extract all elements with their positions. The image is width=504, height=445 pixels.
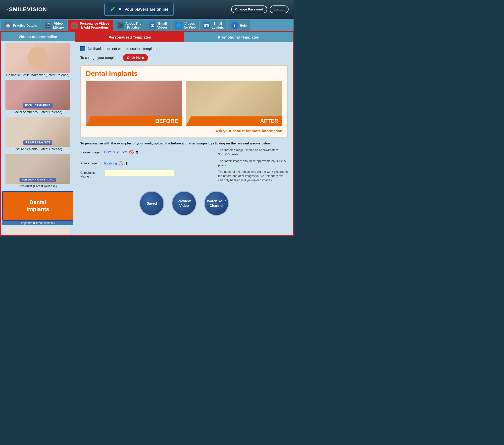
preview-video-label: PreviewVideo xyxy=(178,199,191,208)
video-thumb-cosmetic xyxy=(5,43,70,73)
video-item-missing[interactable]: MISSING TEETH Missing Teeth (Latest Rele… xyxy=(2,227,73,235)
header-buttons: Change Password Logout xyxy=(231,5,289,13)
video-list[interactable]: Cosmetic: Smile Makeover (Latest Release… xyxy=(1,41,75,235)
nav-item-videos-for-web[interactable]: 🌐 Videosfor Web xyxy=(172,20,199,31)
preview-video-button[interactable]: PreviewVideo xyxy=(172,191,197,216)
before-image-remove-icon[interactable]: 🚫 xyxy=(129,150,134,155)
nav-item-email-videos[interactable]: ✉ EmailVideos xyxy=(145,20,171,31)
left-panel: Videos to personalise Cosmetic: Smile Ma… xyxy=(1,32,75,235)
left-panel-title: Videos to personalise xyxy=(1,32,75,41)
video-thumb-hygienist: VISIT YOUR HYGIENIST FOR... xyxy=(5,154,70,184)
after-image-row: After image : finish.jpg 🚫 ⬆ The "after"… xyxy=(80,159,288,168)
preview-title: Dental Implants xyxy=(86,70,282,78)
after-image-label: After image : xyxy=(80,161,103,165)
nav-label-video-library: VideoLibrary xyxy=(53,22,64,29)
no-thanks-label: No thanks, I do not want to use this tem… xyxy=(88,47,156,51)
after-image-remove-icon[interactable]: 🚫 xyxy=(118,161,123,166)
logo-text: SMILEVISION xyxy=(9,6,47,13)
upload-section: To personalise with the examples of your… xyxy=(80,141,288,182)
ask-dentist-text: Ask your dentist for more information xyxy=(86,129,282,133)
video-thumb-fissure: FISSURE SEALANTS xyxy=(5,117,70,147)
clinician-hint: The name of the person who did the work … xyxy=(218,170,288,182)
hygienist-thumb-label: VISIT YOUR HYGIENIST FOR... xyxy=(20,178,56,182)
nav-item-video-library[interactable]: 🎬 VideoLibrary xyxy=(41,20,67,31)
after-label: AFTER xyxy=(186,116,282,126)
upload-description: To personalise with the examples of your… xyxy=(80,141,288,145)
video-item-fissure[interactable]: FISSURE SEALANTS Fissure Sealants (Lates… xyxy=(2,117,73,152)
video-item-label-fissure: Fissure Sealants (Latest Release) xyxy=(2,147,73,152)
watch-channel-button[interactable]: Watch YourChannel xyxy=(204,191,229,216)
nav-item-personalise-videos[interactable]: 📹 Personalise Videos& Add Promotions xyxy=(68,20,113,31)
click-here-button[interactable]: Click Here xyxy=(123,54,148,61)
logo: 〜 SMILEVISION xyxy=(5,6,47,13)
video-item-label-implants: Implants (Personalisable) xyxy=(2,221,73,225)
video-item-facial[interactable]: FACIAL AESTHETICS Facial Aesthetics (Lat… xyxy=(2,80,73,115)
email-leaflets-icon: 📧 xyxy=(203,22,210,29)
nav-label-videos-for-web: Videosfor Web xyxy=(184,22,196,29)
before-image-preview: BEFORE xyxy=(86,81,182,126)
videos-for-web-icon: 🌐 xyxy=(175,22,182,29)
nav-item-practice-details[interactable]: 🏠 Practice Details xyxy=(1,20,41,31)
saved-button[interactable]: Saved xyxy=(139,191,164,216)
video-item-implants[interactable]: DentalImplants Implants (Personalisable) xyxy=(2,191,73,225)
video-item-label-hygienist: Hygienist (Latest Release) xyxy=(2,184,73,189)
clinician-row: Clinician's Name : The name of the perso… xyxy=(80,170,288,182)
before-image-row: Before image : DSC_0091.JPG 🚫 ⬆ The "bef… xyxy=(80,148,288,157)
after-image-filename[interactable]: finish.jpg xyxy=(104,161,117,165)
nav-item-help[interactable]: ℹ Help xyxy=(228,20,250,31)
after-image-hint: The "after" image; should be approximate… xyxy=(218,159,288,168)
facial-thumb-label: FACIAL AESTHETICS xyxy=(23,103,52,108)
before-image-filename[interactable]: DSC_0091.JPG xyxy=(104,150,127,154)
checkmark-icon: ✓ xyxy=(110,5,115,13)
before-image-label: Before image : xyxy=(80,150,103,154)
nav-label-personalise-videos: Personalise Videos& Add Promotions xyxy=(80,22,109,29)
nav-bar: 🏠 Practice Details 🎬 VideoLibrary 📹 Pers… xyxy=(0,19,294,31)
teeth-visual xyxy=(5,227,70,235)
no-thanks-row: No thanks, I do not want to use this tem… xyxy=(80,46,288,51)
nav-item-about-practice[interactable]: 🎥 About ThePractice xyxy=(113,20,145,31)
implants-thumb: DentalImplants xyxy=(2,191,73,221)
video-thumb-missing: MISSING TEETH xyxy=(5,227,70,235)
template-content: No thanks, I do not want to use this tem… xyxy=(75,42,293,222)
email-videos-icon: ✉ xyxy=(149,22,156,29)
no-thanks-checkbox[interactable] xyxy=(80,46,85,51)
video-library-icon: 🎬 xyxy=(45,22,51,29)
tabs-row: Personalised Templates Promotional Templ… xyxy=(75,32,293,42)
nav-label-practice-details: Practice Details xyxy=(13,24,37,28)
watch-channel-label: Watch YourChannel xyxy=(207,199,226,208)
change-template-row: To change your template : Click Here xyxy=(80,54,288,61)
clinician-label: Clinician's Name : xyxy=(80,170,103,178)
before-image-hint: The "before" image; should be approximat… xyxy=(218,148,288,157)
video-item-hygienist[interactable]: VISIT YOUR HYGIENIST FOR... Hygienist (L… xyxy=(2,154,73,189)
tab-personalised-templates[interactable]: Personalised Templates xyxy=(75,32,184,42)
status-banner: ✓ All your players are online xyxy=(104,3,174,16)
after-image-preview: AFTER xyxy=(186,81,282,126)
tab-promotional-templates[interactable]: Promotional Templates xyxy=(184,32,293,42)
clinician-input[interactable] xyxy=(104,170,174,176)
logo-icon: 〜 xyxy=(5,7,8,12)
nav-label-about-practice: About ThePractice xyxy=(125,22,141,29)
fissure-thumb-label: FISSURE SEALANTS xyxy=(23,140,52,145)
nav-label-email-leaflets: EmailLeaflets xyxy=(212,22,224,29)
nav-label-email-videos: EmailVideos xyxy=(157,22,168,29)
video-item-label-facial: Facial Aesthetics (Latest Release) xyxy=(2,110,73,115)
main-content: Videos to personalise Cosmetic: Smile Ma… xyxy=(0,31,294,236)
after-image-upload-icon[interactable]: ⬆ xyxy=(125,161,128,166)
before-image-upload-icon[interactable]: ⬆ xyxy=(135,150,139,155)
action-buttons: Saved PreviewVideo Watch YourChannel xyxy=(80,186,288,218)
implants-thumb-text: DentalImplants xyxy=(27,199,49,213)
change-password-button[interactable]: Change Password xyxy=(231,5,267,13)
cosmetic-visual xyxy=(5,43,70,73)
preview-card: Dental Implants BEFORE AFTER Ask your de… xyxy=(80,65,288,137)
video-item-cosmetic[interactable]: Cosmetic: Smile Makeover (Latest Release… xyxy=(2,43,73,78)
right-panel: Personalised Templates Promotional Templ… xyxy=(75,32,293,235)
video-item-label-cosmetic: Cosmetic: Smile Makeover (Latest Release… xyxy=(2,73,73,78)
face-shape xyxy=(28,46,48,69)
nav-label-help: Help xyxy=(240,24,247,28)
header: 〜 SMILEVISION ✓ All your players are onl… xyxy=(0,0,294,19)
before-label: BEFORE xyxy=(86,116,182,126)
about-practice-icon: 🎥 xyxy=(117,22,124,29)
nav-item-email-leaflets[interactable]: 📧 EmailLeaflets xyxy=(200,20,227,31)
logout-button[interactable]: Logout xyxy=(270,5,289,13)
video-thumb-facial: FACIAL AESTHETICS xyxy=(5,80,70,110)
